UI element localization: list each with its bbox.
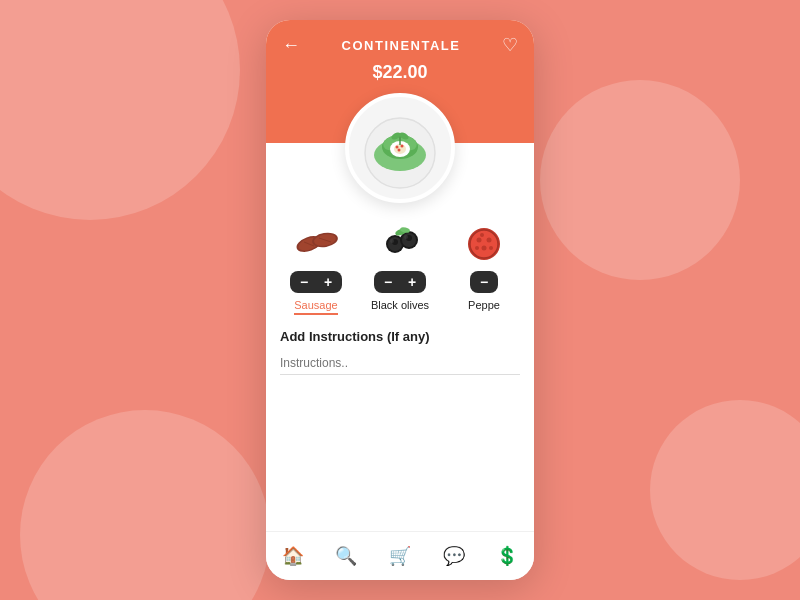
sausage-controls: − + [290, 271, 342, 293]
back-button[interactable]: ← [282, 35, 300, 56]
pepperoni-icon [457, 218, 512, 262]
nav-wallet[interactable]: 💲 [493, 542, 521, 570]
sausage-decrement[interactable]: − [296, 275, 312, 289]
ingredient-olives: − + Black olives [364, 215, 436, 315]
sausage-label: Sausage [294, 299, 337, 315]
ingredients-scroll: − + Sausage [266, 215, 534, 315]
olives-controls: − + [374, 271, 426, 293]
nav-search[interactable]: 🔍 [332, 542, 360, 570]
price-display: $22.00 [282, 62, 518, 83]
olives-increment[interactable]: + [404, 275, 420, 289]
svg-point-8 [401, 145, 404, 148]
favorite-button[interactable]: ♡ [502, 34, 518, 56]
svg-point-31 [476, 238, 481, 243]
pepperoni-label: Peppe [468, 299, 500, 311]
ingredient-pepperoni: − Peppe [448, 215, 520, 315]
phone-container: ← CONTINENTALE ♡ $22.00 [266, 20, 534, 580]
svg-point-33 [481, 246, 486, 251]
instructions-label: Add Instructions (If any) [280, 329, 520, 344]
ingredients-section: − + Sausage [266, 203, 534, 315]
olives-label: Black olives [371, 299, 429, 311]
food-image-wrapper [266, 93, 534, 203]
olives-decrement[interactable]: − [380, 275, 396, 289]
food-image [345, 93, 455, 203]
olives-icon [373, 218, 428, 262]
restaurant-title: CONTINENTALE [342, 38, 461, 53]
svg-point-7 [396, 146, 399, 149]
food-illustration [355, 103, 445, 193]
bg-decoration-1 [0, 0, 240, 220]
bg-decoration-3 [540, 80, 740, 280]
bg-decoration-2 [20, 410, 270, 600]
pepperoni-decrement[interactable]: − [476, 275, 492, 289]
pepperoni-image [454, 215, 514, 265]
bg-decoration-4 [650, 400, 800, 580]
svg-point-22 [390, 239, 394, 243]
svg-point-35 [489, 246, 493, 250]
olives-image [370, 215, 430, 265]
svg-point-36 [480, 233, 484, 237]
svg-point-26 [404, 235, 408, 239]
nav-chat[interactable]: 💬 [440, 542, 468, 570]
svg-point-34 [475, 246, 479, 250]
instructions-input[interactable] [280, 352, 520, 375]
nav-cart[interactable]: 🛒 [386, 542, 414, 570]
svg-point-32 [486, 238, 491, 243]
sausage-increment[interactable]: + [320, 275, 336, 289]
bottom-nav: 🏠 🔍 🛒 💬 💲 [266, 531, 534, 580]
instructions-section: Add Instructions (If any) [266, 315, 534, 531]
nav-home[interactable]: 🏠 [279, 542, 307, 570]
sausage-image [286, 215, 346, 265]
ingredient-sausage: − + Sausage [280, 215, 352, 315]
header-top: ← CONTINENTALE ♡ [282, 34, 518, 56]
svg-point-9 [398, 149, 401, 152]
pepperoni-controls: − [470, 271, 498, 293]
sausage-icon [289, 218, 344, 262]
